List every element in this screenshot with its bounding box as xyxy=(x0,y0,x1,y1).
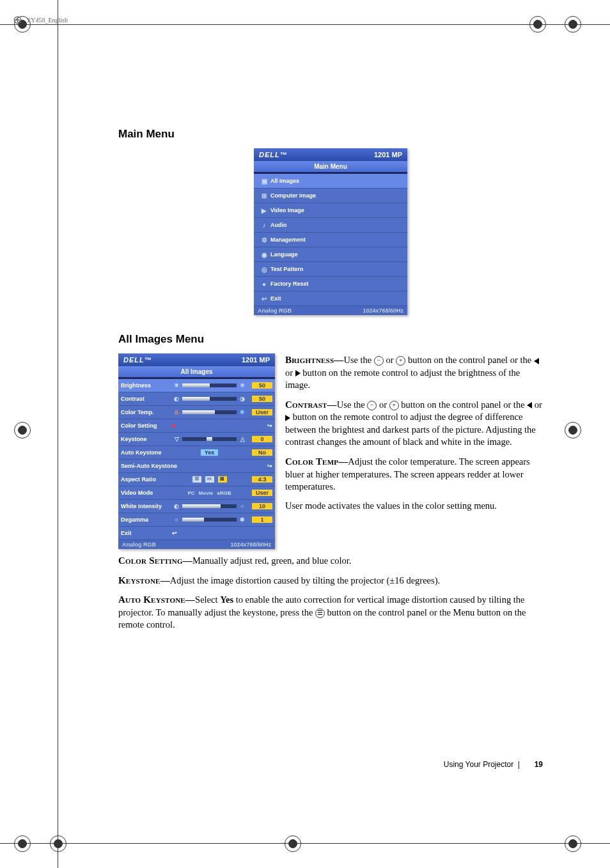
speaker-icon: ♪ xyxy=(258,222,270,229)
half-icon: ◐ xyxy=(172,503,181,509)
para-brightness: Brightness—Use the − or + button on the … xyxy=(285,353,543,392)
cool-icon: ❄ xyxy=(238,409,247,415)
model: 1201 MP xyxy=(242,356,270,364)
minus-icon: − xyxy=(367,401,377,410)
menu-item-management[interactable]: ⚙Management xyxy=(254,233,407,247)
sun-high-icon: ☀ xyxy=(238,382,247,389)
globe-icon: ◉ xyxy=(258,251,270,258)
para-colortemp: Color Temp—Adjust the color temperature.… xyxy=(285,455,543,493)
menu-item-audio[interactable]: ♪Audio xyxy=(254,218,407,233)
osd-all-images: DELL™1201 MP All Images Brightness☀☀50 C… xyxy=(118,353,275,549)
row-semiauto[interactable]: Semi-Auto Keystone↪ xyxy=(118,460,275,473)
osd-title: All Images xyxy=(118,366,275,377)
video-icon: ▶ xyxy=(258,207,270,214)
trap-down-icon: ▽ xyxy=(172,436,181,442)
filename: YY458_English xyxy=(26,17,68,24)
rgb-icon: ■ xyxy=(172,422,175,429)
sun-icon: ☼ xyxy=(172,516,181,523)
pattern-icon: ◎ xyxy=(258,266,270,273)
menu-icon: ☰ xyxy=(315,608,325,618)
trap-up-icon: △ xyxy=(238,436,247,442)
dell-logo: DELL™ xyxy=(123,356,152,364)
row-brightness[interactable]: Brightness☀☀50 xyxy=(118,379,275,392)
circle-icon: ◑ xyxy=(238,396,247,402)
row-whiteint[interactable]: White Intensity◐○10 xyxy=(118,500,275,513)
back-icon: ↩ xyxy=(172,530,177,536)
model: 1201 MP xyxy=(374,151,402,159)
arrow-icon: ↪ xyxy=(267,422,272,429)
right-icon xyxy=(295,370,301,376)
moon-icon: ◐ xyxy=(172,396,181,402)
para-usermode: User mode activates the values in the co… xyxy=(285,500,543,513)
full-icon: ○ xyxy=(238,503,247,509)
heading-allimages: All Images Menu xyxy=(118,333,543,346)
para-keystone: Keystone—Adjust the image distortion cau… xyxy=(118,574,543,587)
right-icon xyxy=(285,415,290,421)
page-footer: Using Your Projector | 19 xyxy=(444,760,543,769)
source: Analog RGB xyxy=(122,541,156,548)
left-icon xyxy=(534,358,539,364)
heading-main: Main Menu xyxy=(118,128,543,141)
star-icon: ✱ xyxy=(238,516,247,523)
row-keystone[interactable]: Keystone▽△0 xyxy=(118,433,275,446)
row-degamma[interactable]: Degamma☼✱1 xyxy=(118,513,275,527)
gear-icon: ⚙ xyxy=(258,236,270,244)
row-contrast[interactable]: Contrast◐◑50 xyxy=(118,392,275,406)
row-videomode[interactable]: Video ModePCMoviesRGBUser xyxy=(118,486,275,500)
row-colortemp[interactable]: Color Temp.♨❄User xyxy=(118,406,275,419)
plus-icon: + xyxy=(396,356,405,366)
menu-item-video[interactable]: ▶Video Image xyxy=(254,203,407,218)
source: Analog RGB xyxy=(258,307,292,314)
para-colorsetting: Color Setting—Manually adjust red, green… xyxy=(118,554,543,568)
osd-main-menu: DELL™1201 MP Main Menu ▣All Images ⊞Comp… xyxy=(254,148,407,315)
menu-item-language[interactable]: ◉Language xyxy=(254,247,407,262)
para-autokeystone: Auto Keystone—Select Yes to enable the a… xyxy=(118,593,543,632)
para-contrast: Contrast—Use the − or + button on the co… xyxy=(285,398,543,449)
row-aspect[interactable]: Aspect Ratio⊡▭▤4:3 xyxy=(118,473,275,486)
monitor-icon: ▣ xyxy=(258,178,270,185)
menu-item-reset[interactable]: ●Factory Reset xyxy=(254,277,407,291)
menu-item-all-images[interactable]: ▣All Images xyxy=(254,174,407,189)
resolution: 1024x768/60Hz xyxy=(230,541,271,548)
menu-item-exit[interactable]: ↩Exit xyxy=(254,291,407,306)
row-exit[interactable]: Exit↩ xyxy=(118,527,275,540)
computer-icon: ⊞ xyxy=(258,192,270,199)
resolution: 1024x768/60Hz xyxy=(363,307,403,314)
minus-icon: − xyxy=(374,356,384,366)
row-autokeystone[interactable]: Auto KeystoneYesNo xyxy=(118,446,275,460)
reset-icon: ● xyxy=(258,281,270,288)
menu-item-computer[interactable]: ⊞Computer Image xyxy=(254,189,407,203)
osd-title: Main Menu xyxy=(254,161,407,172)
row-colorsetting[interactable]: Color Setting■↪ xyxy=(118,419,275,433)
fire-icon: ♨ xyxy=(172,409,181,415)
menu-item-test[interactable]: ◎Test Pattern xyxy=(254,262,407,277)
arrow-icon: ↪ xyxy=(267,463,272,469)
dell-logo: DELL™ xyxy=(259,151,288,159)
sun-low-icon: ☀ xyxy=(172,382,181,389)
back-icon: ↩ xyxy=(258,295,270,302)
plus-icon: + xyxy=(389,401,399,410)
